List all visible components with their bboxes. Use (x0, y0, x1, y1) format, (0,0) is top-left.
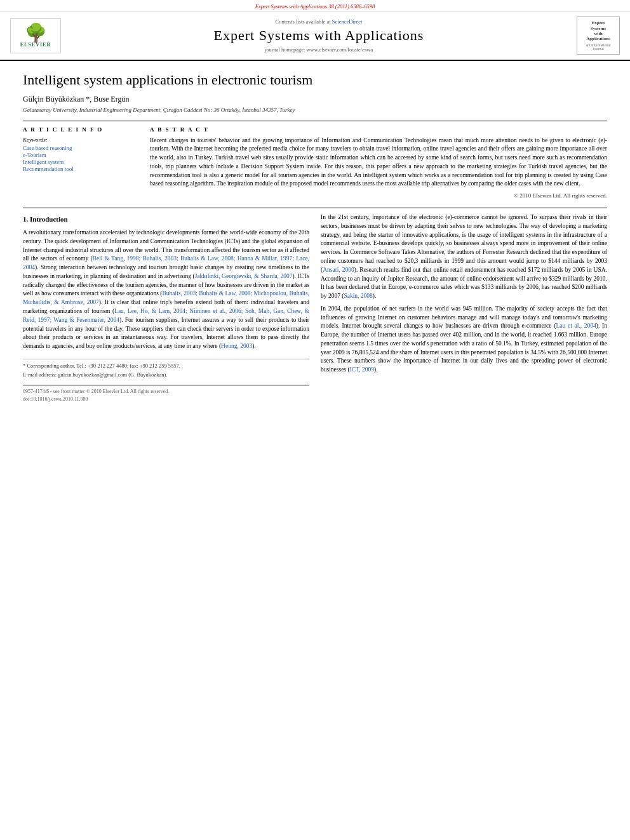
center-journal-header: Contents lists available at ScienceDirec… (61, 18, 577, 53)
affiliation: Galatasaray University, Industrial Engin… (23, 107, 607, 113)
article-title: Intelligent system applications in elect… (23, 71, 607, 90)
homepage-text: journal homepage: www.elsevier.com/locat… (265, 46, 373, 53)
main-content: Intelligent system applications in elect… (0, 61, 630, 416)
keyword-4: Recommendation tool (23, 166, 137, 172)
article-info: A R T I C L E I N F O Keywords: Case bas… (23, 126, 137, 199)
ref-lau-lee: Lau, Lee, Ho, & Lam, 2004; Niininen et a… (23, 308, 309, 323)
elsevier-logo: 🌳 ELSEVIER (10, 18, 61, 53)
section1-col2-p2: In 2004, the population of net surfers i… (321, 305, 607, 375)
top-bar: Expert Systems with Applications 38 (201… (0, 0, 630, 11)
ref-ict-2009: ICT, 2009 (350, 366, 374, 373)
ref-jakkilinki: Jakkilinki, Georgievski, & Sharda, 2007 (195, 273, 293, 279)
doi-line: doi:10.1016/j.eswa.2010.11.080 (23, 396, 309, 403)
ref-buhalis-2003: Buhalis, 2003; Buhalis & Law, 2008; Mich… (23, 290, 309, 305)
eswa-logo-title: ExpertSystemswithApplications (586, 20, 610, 42)
footnotes: * Corresponding author. Tel.: +90 212 22… (23, 359, 309, 379)
footnote-star: * Corresponding author. Tel.: +90 212 22… (23, 362, 309, 370)
keyword-3: Intelligent system (23, 159, 137, 165)
abstract-section: A B S T R A C T Recent changes in touris… (150, 126, 607, 199)
sciencedirect-link[interactable]: ScienceDirect (332, 18, 363, 25)
info-abstract-section: A R T I C L E I N F O Keywords: Case bas… (23, 126, 607, 199)
body-col-right: In the 21st century, importance of the e… (321, 213, 607, 403)
divider-top (23, 121, 607, 121)
journal-title: Expert Systems with Applications (61, 27, 577, 44)
ref-bell-tang: Bell & Tang, 1998; Buhalis, 2003; Buhali… (23, 255, 309, 270)
keyword-2: e-Tourism (23, 152, 137, 158)
footnote-email: E-mail address: gulcin.buyukozkan@gmail.… (23, 371, 309, 378)
ref-ansari: Ansari, 2000 (323, 267, 354, 273)
homepage-link: journal homepage: www.elsevier.com/locat… (61, 46, 577, 53)
section1-title: 1. Introduction (23, 215, 309, 225)
body-col-left: 1. Introduction A revolutionary transfor… (23, 213, 309, 403)
authors: Gülçin Büyüközkan *, Buse Ergün (23, 95, 607, 104)
journal-reference: Expert Systems with Applications 38 (201… (255, 3, 375, 10)
issn-text: 0957-4174/$ - see front matter © 2010 El… (23, 388, 169, 396)
author-names: Gülçin Büyüközkan *, Buse Ergün (23, 95, 129, 103)
contents-text: Contents lists available at (276, 18, 332, 25)
eswa-subtitle: An InternationalJournal (586, 43, 611, 51)
section1-col1-p1: A revolutionary transformation accelerat… (23, 229, 309, 351)
keyword-1: Case based reasoning (23, 145, 137, 151)
bottom-bar: 0957-4174/$ - see front matter © 2010 El… (23, 385, 309, 396)
ref-sakin: Sakin, 2008 (344, 293, 372, 299)
ref-lau-2004: Lau et al., 2004 (556, 323, 596, 329)
copyright-notice: © 2010 Elsevier Ltd. All rights reserved… (150, 192, 607, 199)
eswa-logo-box: ExpertSystemswithApplications An Interna… (577, 17, 620, 55)
section1-col2-p1: In the 21st century, importance of the e… (321, 213, 607, 301)
elsevier-text: ELSEVIER (20, 42, 51, 48)
keywords-label: Keywords: (23, 137, 137, 143)
article-info-title: A R T I C L E I N F O (23, 126, 137, 133)
journal-header: 🌳 ELSEVIER Contents lists available at S… (0, 11, 630, 61)
contents-available: Contents lists available at ScienceDirec… (61, 18, 577, 25)
abstract-text: Recent changes in tourists' behavior and… (150, 137, 607, 189)
body-columns: 1. Introduction A revolutionary transfor… (23, 213, 607, 403)
abstract-title: A B S T R A C T (150, 126, 607, 133)
ref-heung: Heung, 2003 (221, 343, 252, 349)
elsevier-tree-icon: 🌳 (25, 24, 47, 42)
divider-bottom (23, 208, 607, 208)
